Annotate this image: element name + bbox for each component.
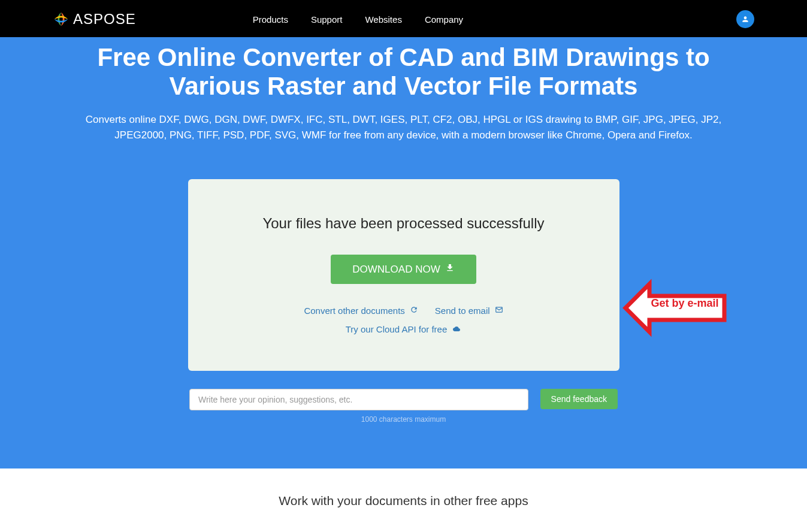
download-button-label: DOWNLOAD NOW bbox=[352, 264, 440, 276]
bottom-title: Work with your documents in other free a… bbox=[0, 494, 807, 508]
cloud-api-link[interactable]: Try our Cloud API for free bbox=[346, 324, 462, 334]
nav-items: Products Support Websites Company bbox=[253, 14, 463, 25]
refresh-icon bbox=[410, 306, 418, 316]
success-message: Your files have been processed successfu… bbox=[212, 215, 596, 232]
convert-other-link[interactable]: Convert other documents bbox=[304, 306, 418, 316]
result-card: Your files have been processed successfu… bbox=[188, 179, 619, 371]
send-email-link[interactable]: Send to email bbox=[435, 306, 503, 316]
nav-websites[interactable]: Websites bbox=[365, 14, 401, 25]
aspose-logo-icon bbox=[53, 11, 69, 28]
envelope-icon bbox=[495, 306, 503, 316]
nav-support[interactable]: Support bbox=[311, 14, 343, 25]
bottom-section: Work with your documents in other free a… bbox=[0, 468, 807, 532]
page-description: Converts online DXF, DWG, DGN, DWF, DWFX… bbox=[74, 112, 733, 144]
logo[interactable]: ASPOSE bbox=[53, 11, 136, 28]
send-email-label: Send to email bbox=[435, 306, 490, 316]
annotation-text: Get by e-mail bbox=[651, 297, 719, 310]
feedback-input[interactable] bbox=[189, 389, 528, 410]
cloud-icon bbox=[452, 324, 461, 334]
nav-company[interactable]: Company bbox=[425, 14, 463, 25]
download-icon bbox=[445, 263, 455, 276]
send-feedback-button[interactable]: Send feedback bbox=[540, 389, 618, 409]
navbar: ASPOSE Products Support Websites Company bbox=[0, 1, 807, 37]
char-limit-hint: 1000 characters maximum bbox=[189, 415, 618, 445]
annotation-arrow: Get by e-mail bbox=[622, 266, 727, 350]
user-account-icon[interactable] bbox=[736, 10, 754, 28]
hero-section: Free Online Converter of CAD and BIM Dra… bbox=[0, 37, 807, 468]
feedback-row: Send feedback bbox=[189, 389, 618, 410]
convert-other-label: Convert other documents bbox=[304, 306, 404, 316]
download-button[interactable]: DOWNLOAD NOW bbox=[331, 255, 476, 284]
nav-products[interactable]: Products bbox=[253, 14, 288, 25]
cloud-api-label: Try our Cloud API for free bbox=[346, 324, 448, 334]
page-title: Free Online Converter of CAD and BIM Dra… bbox=[74, 43, 733, 101]
logo-text: ASPOSE bbox=[73, 11, 136, 28]
